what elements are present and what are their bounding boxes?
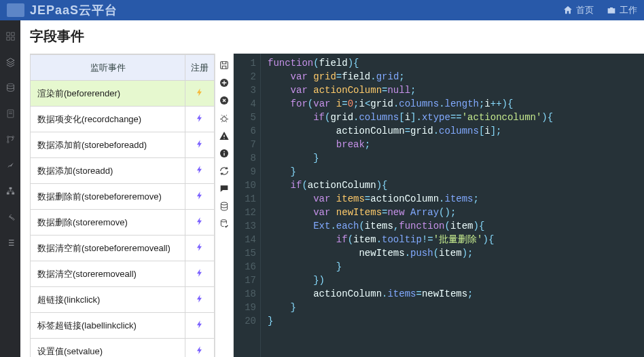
warning-icon bbox=[219, 130, 230, 141]
bolt-icon bbox=[195, 241, 204, 253]
table-row[interactable]: 数据清空前(storebeforeremoveall) bbox=[31, 236, 215, 261]
tool-info[interactable] bbox=[217, 146, 232, 161]
x-circle-icon bbox=[219, 95, 230, 106]
event-name-cell: 数据添加(storeadd) bbox=[31, 158, 185, 184]
chart-icon bbox=[5, 160, 16, 170]
brand-title: JEPaaS云平台 bbox=[30, 2, 118, 18]
db-check-icon bbox=[219, 219, 230, 229]
event-register-cell[interactable] bbox=[185, 313, 215, 339]
home-icon bbox=[562, 5, 573, 16]
svg-point-6 bbox=[7, 136, 9, 138]
topbar: JEPaaS云平台 首页 工作 bbox=[0, 0, 644, 20]
event-table: 监听事件 注册 渲染前(beforerender)数据项变化(recordcha… bbox=[30, 54, 215, 357]
table-row[interactable]: 数据添加前(storebeforeadd) bbox=[31, 132, 215, 158]
rail-item-list[interactable] bbox=[0, 229, 20, 255]
wrench-icon bbox=[5, 212, 16, 222]
bolt-icon bbox=[195, 293, 204, 305]
nav-home-label: 首页 bbox=[576, 4, 594, 16]
rail-item-layers[interactable] bbox=[0, 49, 20, 75]
table-row[interactable]: 标签超链接(labellinkclick) bbox=[31, 313, 215, 339]
rail-item-grid[interactable] bbox=[0, 23, 20, 49]
tool-add[interactable] bbox=[217, 75, 232, 90]
rail-item-branch[interactable] bbox=[0, 126, 20, 152]
bolt-icon bbox=[195, 344, 204, 356]
tool-comment[interactable] bbox=[217, 181, 232, 196]
line-gutter: 1234567891011121314151617181920 bbox=[234, 54, 261, 357]
event-name-cell: 数据删除前(storebeforeremove) bbox=[31, 184, 185, 210]
col-event: 监听事件 bbox=[31, 55, 185, 81]
table-row[interactable]: 数据删除前(storebeforeremove) bbox=[31, 184, 215, 210]
nav-home[interactable]: 首页 bbox=[562, 4, 594, 16]
col-register: 注册 bbox=[185, 55, 215, 81]
bolt-icon bbox=[195, 86, 204, 98]
rail-item-wrench[interactable] bbox=[0, 204, 20, 229]
tool-db[interactable] bbox=[217, 199, 232, 214]
event-register-cell[interactable] bbox=[185, 184, 215, 210]
svg-point-7 bbox=[7, 141, 9, 143]
svg-rect-1 bbox=[11, 32, 14, 35]
svg-rect-19 bbox=[223, 153, 224, 155]
tool-remove[interactable] bbox=[217, 93, 232, 108]
list-icon bbox=[5, 238, 16, 248]
left-rail bbox=[0, 20, 20, 357]
refresh-icon bbox=[219, 166, 230, 176]
bolt-icon bbox=[195, 138, 204, 150]
code-body[interactable]: function(field){ var grid=field.grid; va… bbox=[261, 54, 644, 357]
event-register-cell[interactable] bbox=[185, 261, 215, 287]
event-name-cell: 数据添加前(storebeforeadd) bbox=[31, 132, 185, 158]
comment-icon bbox=[219, 183, 230, 194]
info-icon bbox=[219, 148, 230, 159]
code-editor[interactable]: 1234567891011121314151617181920 function… bbox=[234, 54, 644, 357]
svg-rect-2 bbox=[6, 37, 9, 39]
nav-work-label: 工作 bbox=[620, 4, 637, 16]
event-register-cell[interactable] bbox=[185, 287, 215, 313]
document-icon bbox=[5, 109, 16, 119]
rail-item-org[interactable] bbox=[0, 178, 20, 204]
rail-item-database[interactable] bbox=[0, 75, 20, 100]
event-register-cell[interactable] bbox=[185, 339, 215, 358]
svg-point-21 bbox=[221, 220, 226, 222]
svg-point-20 bbox=[221, 202, 227, 205]
table-row[interactable]: 超链接(linkclick) bbox=[31, 287, 215, 313]
table-row[interactable]: 数据清空(storeremoveall) bbox=[31, 261, 215, 287]
plus-circle-icon bbox=[219, 77, 230, 88]
page-title: 字段事件 bbox=[20, 20, 644, 54]
tool-refresh[interactable] bbox=[217, 164, 232, 178]
event-name-cell: 数据删除(storeremove) bbox=[31, 210, 185, 236]
table-row[interactable]: 设置值(setvalue) bbox=[31, 339, 215, 358]
rail-item-doc[interactable] bbox=[0, 100, 20, 126]
tool-debug[interactable] bbox=[217, 111, 232, 126]
bolt-icon bbox=[195, 267, 204, 279]
save-icon bbox=[219, 60, 230, 71]
database-icon bbox=[5, 83, 16, 93]
event-name-cell: 数据清空(storeremoveall) bbox=[31, 261, 185, 287]
event-name-cell: 数据项变化(recordchange) bbox=[31, 107, 185, 132]
event-register-cell[interactable] bbox=[185, 236, 215, 261]
event-register-cell[interactable] bbox=[185, 107, 215, 132]
event-register-cell[interactable] bbox=[185, 158, 215, 184]
org-icon bbox=[5, 186, 16, 196]
nav-work[interactable]: 工作 bbox=[606, 4, 637, 16]
event-name-cell: 数据清空前(storebeforeremoveall) bbox=[31, 236, 185, 261]
table-row[interactable]: 渲染前(beforerender) bbox=[31, 81, 215, 107]
table-row[interactable]: 数据添加(storeadd) bbox=[31, 158, 215, 184]
event-register-cell[interactable] bbox=[185, 81, 215, 107]
tool-dbcheck[interactable] bbox=[217, 217, 232, 231]
briefcase-icon bbox=[606, 5, 617, 16]
bolt-icon bbox=[195, 164, 204, 176]
bolt-icon bbox=[195, 215, 204, 227]
bolt-icon bbox=[195, 318, 204, 331]
svg-point-4 bbox=[7, 83, 14, 86]
table-row[interactable]: 数据删除(storeremove) bbox=[31, 210, 215, 236]
svg-rect-10 bbox=[6, 192, 9, 194]
event-name-cell: 标签超链接(labellinkclick) bbox=[31, 313, 185, 339]
logo-icon bbox=[7, 3, 24, 17]
svg-point-16 bbox=[223, 138, 224, 138]
tool-save[interactable] bbox=[217, 58, 232, 73]
rail-item-chart[interactable] bbox=[0, 152, 20, 178]
bolt-icon bbox=[195, 189, 204, 202]
event-register-cell[interactable] bbox=[185, 132, 215, 158]
tool-warning[interactable] bbox=[217, 128, 232, 143]
table-row[interactable]: 数据项变化(recordchange) bbox=[31, 107, 215, 132]
event-register-cell[interactable] bbox=[185, 210, 215, 236]
